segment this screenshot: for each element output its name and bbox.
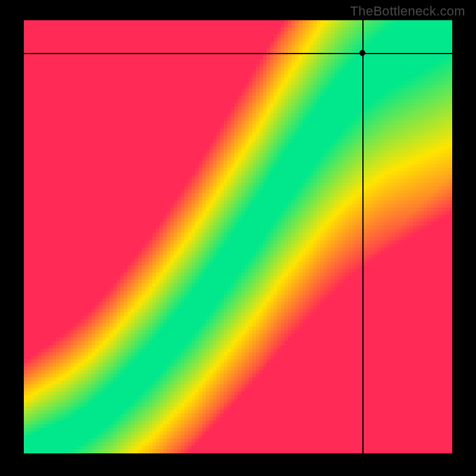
marker-point [359,50,365,56]
plot-area [24,20,452,453]
crosshair-vertical [362,20,364,453]
watermark-text: TheBottleneck.com [350,4,465,19]
heatmap-canvas [24,20,452,453]
chart-container: TheBottleneck.com [0,0,476,476]
crosshair-horizontal [24,53,452,54]
